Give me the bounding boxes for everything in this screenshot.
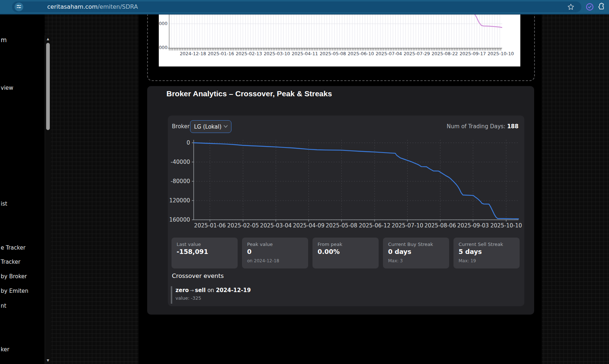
x-tick-label: 2025-06-10 bbox=[348, 51, 374, 56]
history-chart-tick-marks bbox=[169, 48, 502, 50]
url-host: ceritasaham.com bbox=[47, 3, 98, 10]
event-summary: zero→sell on 2024-12-19 bbox=[176, 287, 251, 294]
price-history-chart: -150,000-200,000 2024-12-182025-01-16202… bbox=[159, 14, 520, 66]
site-settings-button[interactable] bbox=[15, 3, 23, 11]
site-settings-icon bbox=[16, 4, 21, 11]
x-tick-label: 2025-09-17 bbox=[460, 51, 486, 56]
broker-analytics-card: Broker Analytics – Crossover, Peak & Str… bbox=[147, 86, 534, 315]
history-line-series bbox=[169, 14, 502, 48]
sidebar-item-nt[interactable]: nt bbox=[1, 303, 6, 309]
x-tick-label: 2025-08-22 bbox=[432, 51, 458, 56]
x-tick-label: 2025-04-11 bbox=[292, 51, 318, 56]
x-tick-label: 2025-10-10 bbox=[488, 51, 514, 56]
stat-card-from-peak: From peak 0.00% bbox=[312, 238, 379, 268]
crossover-events-heading: Crossover events bbox=[172, 272, 224, 279]
sidebar-logo-text: m bbox=[1, 36, 7, 44]
browser-toolbar: ceritasaham.com/emiten/SDRA bbox=[0, 0, 609, 15]
url-text[interactable]: ceritasaham.com/emiten/SDRA bbox=[47, 1, 138, 12]
crossover-line-chart: 0-40000-80000-120000-1600002025-01-06202… bbox=[170, 131, 524, 230]
trading-days-value: 188 bbox=[507, 123, 519, 130]
svg-text:2025-08-06: 2025-08-06 bbox=[424, 222, 456, 229]
svg-text:2025-07-10: 2025-07-10 bbox=[392, 222, 423, 229]
svg-text:2025-02-05: 2025-02-05 bbox=[227, 222, 259, 229]
broker-select-value: LG (Lokal) bbox=[194, 124, 222, 130]
svg-text:0: 0 bbox=[186, 139, 190, 146]
stat-card-last-value: Last value -158,091 bbox=[172, 238, 238, 268]
svg-text:2025-05-08: 2025-05-08 bbox=[326, 222, 357, 229]
extension-status-icon bbox=[585, 6, 594, 13]
svg-text:2025-04-09: 2025-04-09 bbox=[293, 222, 324, 229]
address-bar[interactable]: ceritasaham.com/emiten/SDRA bbox=[12, 1, 581, 12]
stat-card-sell-streak: Current Sell Streak 5 days Max: 19 bbox=[453, 238, 520, 268]
scroll-down-button[interactable]: ▼ bbox=[45, 357, 51, 363]
sidebar-item-by-emiten[interactable]: by Emiten bbox=[1, 288, 28, 294]
y-tick-label: -150,000 bbox=[159, 21, 168, 26]
x-tick-label: 2025-07-04 bbox=[376, 51, 402, 56]
bookmark-star-icon bbox=[567, 5, 575, 12]
scroll-up-button[interactable]: ▲ bbox=[45, 36, 51, 42]
sidebar-scrollbar[interactable]: ▲ ▼ bbox=[45, 35, 51, 364]
y-tick-label: -200,000 bbox=[159, 45, 168, 50]
svg-text:2025-03-04: 2025-03-04 bbox=[260, 222, 292, 229]
event-value: value: -325 bbox=[176, 295, 201, 301]
x-tick-label: 2025-02-13 bbox=[236, 51, 262, 56]
svg-text:2025-10-10: 2025-10-10 bbox=[490, 222, 522, 229]
page-sidebar: m view ist e Tracker Tracker by Broker b… bbox=[0, 14, 45, 364]
svg-text:-80000: -80000 bbox=[171, 178, 190, 185]
extension-status-button[interactable] bbox=[585, 3, 594, 11]
x-tick-label: 2025-03-10 bbox=[264, 51, 290, 56]
x-tick-label: 2025-05-08 bbox=[320, 51, 346, 56]
x-tick-label: 2024-12-18 bbox=[180, 51, 206, 56]
scroll-thumb[interactable] bbox=[46, 43, 50, 130]
section-title: Broker Analytics – Crossover, Peak & Str… bbox=[166, 89, 332, 98]
sidebar-item-tracker-1[interactable]: e Tracker bbox=[1, 244, 25, 251]
stat-card-peak-value: Peak value 0 on 2024-12-18 bbox=[242, 238, 308, 268]
sidebar-item-ker[interactable]: ker bbox=[1, 346, 9, 353]
sidebar-item-by-broker[interactable]: by Broker bbox=[1, 273, 27, 280]
stats-row: Last value -158,091 Peak value 0 on 2024… bbox=[172, 238, 521, 268]
svg-text:-40000: -40000 bbox=[171, 159, 190, 165]
extensions-puzzle-icon bbox=[597, 5, 605, 12]
sidebar-item-list[interactable]: ist bbox=[1, 201, 7, 207]
trading-days-readout: Num of Trading Days: 188 bbox=[447, 123, 519, 130]
svg-text:2025-01-06: 2025-01-06 bbox=[194, 222, 226, 229]
event-accent-bar bbox=[171, 286, 172, 304]
svg-text:-160000: -160000 bbox=[170, 217, 190, 223]
broker-label: Broker bbox=[172, 123, 190, 130]
svg-text:2025-06-12: 2025-06-12 bbox=[359, 222, 390, 229]
arrow-right-icon: → bbox=[189, 288, 195, 293]
sidebar-item-overview[interactable]: view bbox=[1, 85, 13, 91]
x-tick-label: 2025-07-29 bbox=[404, 51, 430, 56]
url-path: /emiten/SDRA bbox=[98, 3, 138, 10]
analytics-panel: Broker LG (Lokal) Num of Trading Days: 1… bbox=[168, 116, 524, 306]
bookmark-button[interactable] bbox=[567, 3, 575, 11]
svg-text:2025-09-03: 2025-09-03 bbox=[457, 222, 489, 229]
svg-text:-120000: -120000 bbox=[170, 197, 190, 204]
sidebar-item-tracker-2[interactable]: Tracker bbox=[1, 259, 20, 265]
x-tick-label: 2025-01-16 bbox=[208, 51, 234, 56]
extensions-menu-button[interactable] bbox=[597, 3, 606, 11]
stat-card-buy-streak: Current Buy Streak 0 days Max: 3 bbox=[383, 238, 449, 268]
chevron-down-icon bbox=[223, 124, 228, 129]
